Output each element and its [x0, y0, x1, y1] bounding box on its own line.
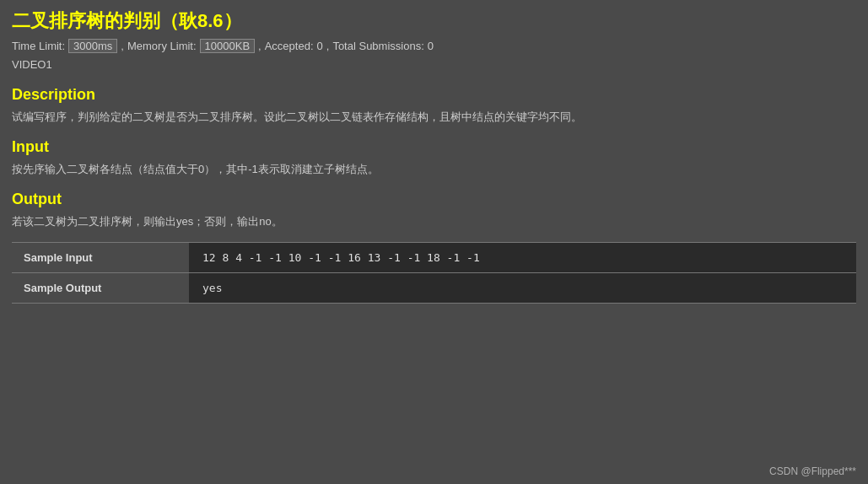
input-title: Input	[12, 138, 856, 156]
watermark: CSDN @Flipped***	[769, 465, 856, 477]
video-label: VIDEO1	[12, 58, 856, 71]
accepted-label: Accepted:	[265, 40, 314, 52]
description-title: Description	[12, 86, 856, 104]
memory-limit-value: 10000KB	[200, 39, 256, 53]
sample-input-label: Sample Input	[12, 243, 189, 273]
meta-separator-3: ,	[326, 40, 330, 52]
output-title: Output	[12, 191, 856, 208]
input-body: 按先序输入二叉树各结点（结点值大于0），其中-1表示取消建立子树结点。	[12, 161, 856, 179]
sample-input-row: Sample Input 12 8 4 -1 -1 10 -1 -1 16 13…	[12, 243, 856, 273]
page-title: 二叉排序树的判别（耿8.6）	[12, 8, 856, 34]
description-body: 试编写程序，判别给定的二叉树是否为二叉排序树。设此二叉树以二叉链表作存储结构，且…	[12, 109, 856, 126]
total-submissions-value: 0	[428, 40, 434, 52]
sample-output-value: yes	[189, 273, 856, 304]
total-submissions-label: Total Submissions:	[332, 40, 423, 52]
page-container: 二叉排序树的判别（耿8.6） Time Limit: 3000ms , Memo…	[0, 0, 868, 337]
memory-limit-label: Memory Limit:	[127, 40, 197, 52]
accepted-value: 0	[317, 40, 323, 52]
sample-input-value: 12 8 4 -1 -1 10 -1 -1 16 13 -1 -1 18 -1 …	[189, 243, 856, 273]
sample-table: Sample Input 12 8 4 -1 -1 10 -1 -1 16 13…	[12, 243, 856, 304]
meta-separator-1: ,	[121, 40, 124, 52]
sample-output-row: Sample Output yes	[12, 273, 856, 304]
meta-line: Time Limit: 3000ms , Memory Limit: 10000…	[12, 39, 856, 53]
time-limit-label: Time Limit:	[12, 40, 65, 52]
sample-output-label: Sample Output	[12, 273, 189, 304]
time-limit-value: 3000ms	[68, 39, 117, 53]
output-body: 若该二叉树为二叉排序树，则输出yes；否则，输出no。	[12, 213, 856, 231]
meta-separator-2: ,	[258, 40, 261, 52]
